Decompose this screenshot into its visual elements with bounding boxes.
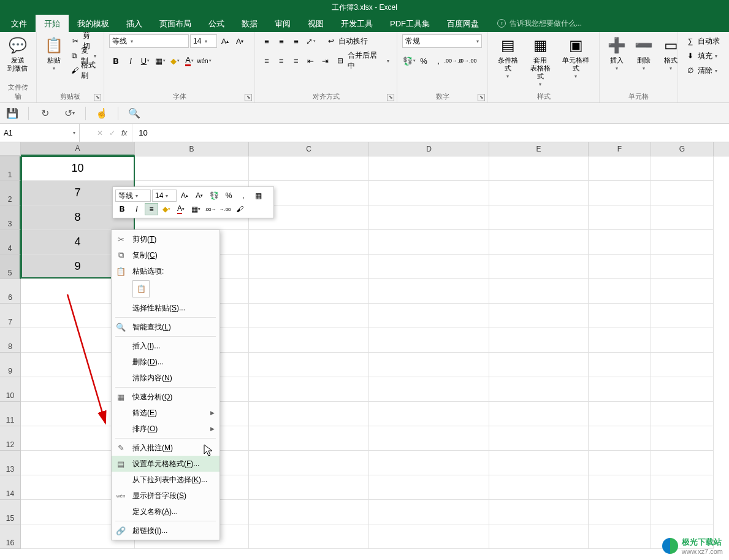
row-header[interactable]: 7 — [0, 304, 21, 328]
cell[interactable] — [589, 500, 651, 524]
cell[interactable] — [369, 451, 489, 475]
cell[interactable] — [589, 279, 651, 304]
cell[interactable] — [589, 205, 651, 230]
align-middle-button[interactable]: ≡ — [275, 34, 288, 48]
context-menu-item[interactable]: 筛选(E)▶ — [112, 405, 219, 421]
send-to-wechat-button[interactable]: 💬 发送到微信 — [5, 34, 30, 74]
cell[interactable] — [489, 500, 589, 524]
cell[interactable] — [249, 353, 369, 377]
insert-cells-button[interactable]: ➕插入▾ — [605, 34, 629, 72]
wrap-text-button[interactable]: ↩自动换行 — [324, 34, 370, 48]
mini-borders[interactable]: ▦▾ — [189, 203, 202, 215]
row-header[interactable]: 10 — [0, 377, 21, 402]
clear-button[interactable]: ∅清除 ▾ — [683, 64, 722, 77]
cell[interactable] — [589, 230, 651, 255]
cell[interactable] — [249, 475, 369, 500]
autosum-button[interactable]: ∑自动求 — [683, 34, 722, 48]
mini-italic[interactable]: I — [130, 203, 143, 215]
cell[interactable] — [589, 451, 651, 475]
align-top-button[interactable]: ≡ — [260, 34, 273, 48]
context-menu-item[interactable]: ⧉复制(C) — [112, 247, 219, 263]
context-menu-item[interactable]: ▦快速分析(Q) — [112, 389, 219, 405]
cell[interactable] — [369, 328, 489, 353]
print-preview-button[interactable]: 🔍 — [126, 105, 143, 121]
font-size-select[interactable]: 14▾ — [190, 34, 217, 48]
context-menu-item[interactable]: 清除内容(N) — [112, 370, 219, 386]
cell[interactable] — [135, 156, 249, 181]
cell[interactable] — [651, 255, 714, 279]
cell[interactable] — [369, 500, 489, 524]
font-color-button[interactable]: A▾ — [183, 54, 196, 67]
cell[interactable] — [249, 255, 369, 279]
cell[interactable] — [249, 156, 369, 181]
cell[interactable] — [589, 475, 651, 500]
cell[interactable] — [589, 328, 651, 353]
cell[interactable] — [249, 377, 369, 402]
cell[interactable] — [369, 230, 489, 255]
tab-pagelayout[interactable]: 页面布局 — [151, 15, 200, 32]
mini-fill-color[interactable]: ◆▾ — [159, 203, 173, 215]
cell[interactable] — [249, 451, 369, 475]
mini-border[interactable]: ▦ — [251, 190, 265, 202]
merge-center-button[interactable]: ⊟合并后居中 ▾ — [333, 54, 392, 67]
row-header[interactable]: 16 — [0, 524, 21, 549]
column-header[interactable]: C — [249, 142, 369, 156]
context-menu-item[interactable]: 从下拉列表中选择(K)... — [112, 472, 219, 488]
fill-button[interactable]: ⬇填充 ▾ — [683, 49, 722, 63]
tell-me-search[interactable]: ♀ 告诉我您想要做什么... — [497, 15, 582, 32]
dialog-launcher-icon[interactable]: ⬊ — [387, 94, 394, 101]
dialog-launcher-icon[interactable]: ⬊ — [245, 94, 252, 101]
align-center-button[interactable]: ≡ — [275, 54, 288, 67]
cell[interactable] — [489, 156, 589, 181]
mini-inc-decimal[interactable]: .00→ — [204, 203, 217, 215]
comma-button[interactable]: , — [432, 54, 445, 67]
number-format-select[interactable]: 常规▾ — [402, 34, 482, 48]
spreadsheet-grid[interactable]: ABCDEFG 11027384459678910111213141516 — [0, 142, 729, 549]
cell[interactable] — [489, 451, 589, 475]
mini-align-center[interactable]: ≡ — [145, 203, 158, 215]
context-menu-item[interactable]: ▤设置单元格格式(F)... — [112, 456, 219, 472]
fx-icon[interactable]: fx — [121, 129, 127, 137]
increase-font-button[interactable]: A▴ — [218, 34, 232, 48]
row-header[interactable]: 15 — [0, 500, 21, 524]
enter-icon[interactable]: ✓ — [109, 129, 115, 137]
mini-dec-decimal[interactable]: →.00 — [218, 203, 232, 215]
mini-comma[interactable]: , — [237, 190, 250, 202]
cell[interactable] — [589, 402, 651, 426]
cell[interactable] — [651, 353, 714, 377]
context-menu-item[interactable]: 🔍智能查找(L) — [112, 319, 219, 335]
format-painter-button[interactable]: 🖌格式刷 — [69, 64, 99, 77]
cell-styles-button[interactable]: ▣单元格样式▾ — [558, 34, 594, 80]
accounting-format-button[interactable]: 💱▾ — [402, 54, 416, 67]
cell[interactable] — [651, 156, 714, 181]
increase-decimal-button[interactable]: .00→.0 — [446, 54, 460, 67]
cell[interactable] — [369, 279, 489, 304]
cell[interactable] — [369, 377, 489, 402]
select-all-corner[interactable] — [0, 142, 21, 156]
cell[interactable] — [589, 377, 651, 402]
column-header[interactable]: B — [135, 142, 249, 156]
row-header[interactable]: 6 — [0, 279, 21, 304]
cell[interactable] — [589, 255, 651, 279]
mini-font-color[interactable]: A▾ — [174, 203, 188, 215]
tab-mytemplates[interactable]: 我的模板 — [69, 15, 118, 32]
cell[interactable] — [489, 304, 589, 328]
cell[interactable] — [369, 255, 489, 279]
underline-button[interactable]: U▾ — [139, 54, 152, 67]
mini-font-name[interactable]: 等线▾ — [115, 190, 151, 202]
cell[interactable]: 10 — [21, 156, 135, 181]
cell[interactable] — [369, 426, 489, 451]
paste-option-button[interactable]: 📋 — [132, 280, 150, 297]
row-header[interactable]: 13 — [0, 451, 21, 475]
cell[interactable] — [589, 524, 651, 549]
cell[interactable] — [369, 402, 489, 426]
save-button[interactable]: 💾 — [4, 105, 21, 121]
context-menu-item[interactable]: 排序(O)▶ — [112, 421, 219, 437]
cell[interactable] — [369, 304, 489, 328]
paste-button[interactable]: 📋 粘贴 ▾ — [42, 34, 66, 72]
context-menu-item[interactable]: 插入(I)... — [112, 338, 219, 354]
name-box[interactable]: A1▾ — [0, 124, 80, 142]
cell[interactable] — [249, 230, 369, 255]
context-menu-item[interactable]: wén显示拼音字段(S) — [112, 488, 219, 504]
border-button[interactable]: ▦▾ — [153, 54, 167, 67]
